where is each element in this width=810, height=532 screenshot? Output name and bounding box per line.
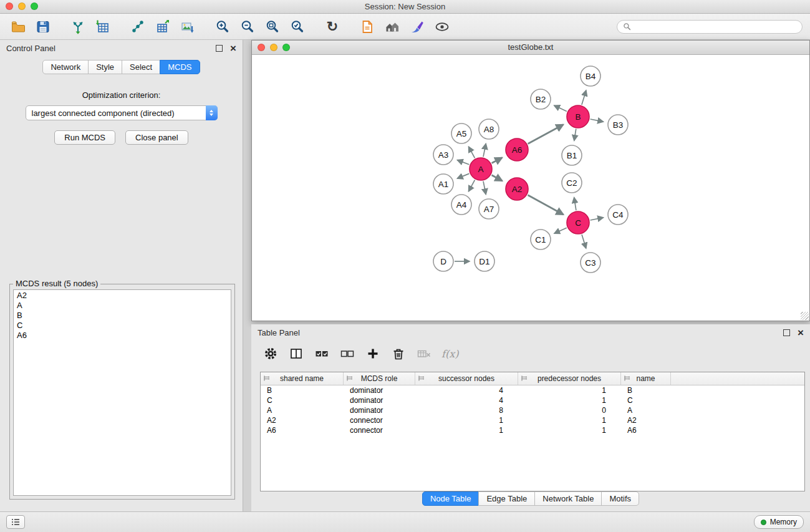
graph-node-D1[interactable]: D1 [475, 251, 494, 271]
export-table-button[interactable] [152, 17, 173, 37]
graph-node-A3[interactable]: A3 [433, 145, 453, 165]
save-session-button[interactable] [32, 17, 54, 37]
open-session-button[interactable] [7, 17, 29, 37]
network-minimize-button[interactable] [270, 44, 277, 51]
zoom-out-button[interactable] [237, 17, 258, 37]
resize-grip[interactable] [801, 312, 809, 320]
table-settings-button[interactable] [263, 346, 279, 362]
graph-edge-B-B2[interactable] [554, 105, 567, 111]
mcds-result-item[interactable]: A2 [14, 291, 231, 301]
export-image-button[interactable] [177, 17, 198, 37]
mcds-result-item[interactable]: B [14, 311, 231, 321]
graph-edge-B-B4[interactable] [582, 90, 586, 105]
minimize-window-button[interactable] [18, 2, 26, 10]
tab-edge-table[interactable]: Edge Table [478, 491, 535, 506]
graph-edge-C-C3[interactable] [582, 235, 586, 248]
delete-column-button[interactable] [390, 346, 407, 362]
network-canvas[interactable]: B4 B2 B B3 A5 A8 A6 B1 A3 A C2 A1 A2 [252, 55, 809, 321]
export-network-button[interactable] [127, 17, 148, 37]
criterion-select[interactable]: largest connected component (directed) [26, 105, 218, 120]
graph-edge-A-A2[interactable] [492, 175, 503, 181]
graph-edge-A-A7[interactable] [483, 181, 486, 195]
show-columns-button[interactable] [288, 346, 304, 362]
graph-node-B4[interactable]: B4 [581, 66, 600, 86]
graph-node-A2[interactable]: A2 [506, 178, 528, 200]
zoom-window-button[interactable] [31, 2, 38, 10]
tab-network[interactable]: Network [42, 60, 89, 74]
function-builder-button[interactable]: f(x) [441, 346, 458, 362]
graph-node-C[interactable]: C [567, 211, 589, 234]
apply-preferred-layout-button[interactable]: ↻ [322, 17, 343, 37]
mcds-result-item[interactable]: A [14, 301, 231, 311]
graph-edge-C-C2[interactable] [574, 198, 576, 211]
style-brush-button[interactable] [407, 17, 428, 37]
tab-style[interactable]: Style [88, 60, 122, 74]
graph-node-A1[interactable]: A1 [433, 174, 453, 194]
import-table-from-file-button[interactable] [92, 17, 113, 37]
task-history-button[interactable] [6, 515, 25, 529]
table-row[interactable]: Bdominator41B [261, 385, 804, 395]
zoom-fit-button[interactable] [262, 17, 283, 37]
search-field[interactable] [617, 20, 803, 34]
column-header-name[interactable]: name [621, 372, 671, 385]
graph-node-A4[interactable]: A4 [451, 195, 471, 215]
network-window-titlebar[interactable]: testGlobe.txt [252, 41, 809, 55]
graph-node-A6[interactable]: A6 [506, 138, 528, 161]
graph-node-A[interactable]: A [470, 158, 492, 180]
graph-edge-A-A5[interactable] [469, 147, 475, 158]
network-zoom-button[interactable] [282, 44, 290, 51]
network-close-button[interactable] [258, 44, 265, 51]
tab-network-table[interactable]: Network Table [534, 491, 602, 506]
tab-node-table[interactable]: Node Table [422, 491, 480, 506]
table-row[interactable]: Adominator80A [261, 405, 804, 415]
graph-node-A5[interactable]: A5 [451, 123, 471, 143]
add-column-button[interactable] [365, 346, 381, 362]
close-window-button[interactable] [6, 2, 13, 10]
mcds-result-item[interactable]: C [14, 321, 231, 331]
graph-edge-A6-B[interactable] [528, 125, 564, 144]
column-header-MCDS-role[interactable]: MCDS role [344, 372, 415, 385]
deselect-all-rows-button[interactable] [339, 346, 355, 362]
run-mcds-button[interactable]: Run MCDS [54, 130, 115, 145]
graph-node-A8[interactable]: A8 [479, 119, 499, 139]
table-close-panel-icon[interactable]: × [798, 329, 804, 336]
table-row[interactable]: A2connector11A2 [261, 415, 804, 425]
tab-select[interactable]: Select [122, 60, 160, 74]
graph-node-B2[interactable]: B2 [531, 89, 551, 109]
graph-edge-A-A6[interactable] [492, 158, 503, 163]
graph-node-C2[interactable]: C2 [562, 173, 582, 193]
import-network-from-file-button[interactable] [67, 17, 89, 37]
graph-edge-B-B3[interactable] [591, 119, 604, 122]
graph-edge-A-A3[interactable] [457, 160, 469, 165]
column-header-successor-nodes[interactable]: successor nodes [415, 372, 518, 385]
graph-edge-A-A4[interactable] [469, 180, 475, 191]
home-button[interactable] [382, 17, 403, 37]
search-input[interactable] [631, 22, 796, 32]
graph-node-A7[interactable]: A7 [479, 199, 499, 219]
tab-motifs[interactable]: Motifs [601, 491, 639, 506]
graph-edge-B-B1[interactable] [574, 129, 576, 141]
float-panel-icon[interactable] [216, 45, 223, 52]
graph-node-D[interactable]: D [433, 251, 453, 271]
graph-edge-C-C4[interactable] [591, 218, 604, 220]
graph-edge-A2-C[interactable] [528, 195, 564, 215]
tab-mcds[interactable]: MCDS [160, 60, 200, 74]
select-all-rows-button[interactable] [314, 346, 330, 362]
graph-node-B3[interactable]: B3 [608, 115, 628, 135]
show-hide-details-button[interactable] [432, 17, 453, 37]
mcds-result-item[interactable]: A6 [14, 331, 231, 341]
network-document-button[interactable] [357, 17, 378, 37]
zoom-selected-button[interactable] [287, 17, 308, 37]
memory-button[interactable]: Memory [754, 515, 804, 529]
graph-node-B[interactable]: B [567, 105, 589, 128]
graph-edge-A-A8[interactable] [483, 144, 486, 157]
table-row[interactable]: Cdominator41C [261, 395, 804, 405]
column-header-shared-name[interactable]: shared name [261, 372, 344, 385]
graph-node-C3[interactable]: C3 [581, 253, 600, 273]
column-header-predecessor-nodes[interactable]: predecessor nodes [518, 372, 621, 385]
graph-edge-A-A1[interactable] [457, 173, 469, 178]
graph-node-C1[interactable]: C1 [531, 230, 551, 249]
table-float-panel-icon[interactable] [783, 329, 790, 336]
graph-node-C4[interactable]: C4 [608, 205, 628, 225]
graph-edge-C-C1[interactable] [554, 228, 567, 233]
